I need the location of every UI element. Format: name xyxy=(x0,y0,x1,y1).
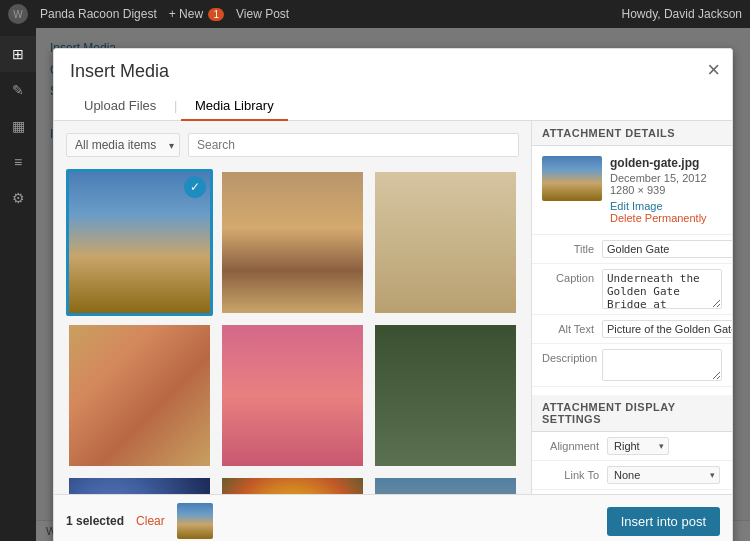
alt-input[interactable] xyxy=(602,320,732,338)
attachment-date: December 15, 2012 xyxy=(610,172,722,184)
details-panel: ATTACHMENT DETAILS golden-gate.jpg Decem… xyxy=(532,121,732,494)
modal-title: Insert Media xyxy=(70,61,716,82)
edit-image-link[interactable]: Edit Image xyxy=(610,200,722,212)
attachment-thumbnail xyxy=(542,156,602,201)
insert-media-modal: Insert Media × Upload Files | Media Libr… xyxy=(53,48,733,541)
media-item-cat[interactable]: ✓ xyxy=(372,322,519,469)
link-to-select[interactable]: None Media File Attachment Page xyxy=(607,466,720,484)
admin-bar-view-post[interactable]: View Post xyxy=(236,7,289,21)
alignment-select[interactable]: None Left Center Right xyxy=(607,437,669,455)
media-item-marbles[interactable]: ✓ xyxy=(66,475,213,494)
description-field: Description xyxy=(532,344,732,387)
notification-badge: 1 xyxy=(208,8,224,21)
clear-link[interactable]: Clear xyxy=(136,514,165,528)
alignment-select-wrap: None Left Center Right xyxy=(607,437,669,455)
tab-library[interactable]: Media Library xyxy=(181,92,288,121)
modal-tabs: Upload Files | Media Library xyxy=(70,92,716,120)
media-toolbar: All media items Images Audio Video xyxy=(66,133,519,157)
alt-text-field: Alt Text xyxy=(532,315,732,344)
desc-input[interactable] xyxy=(602,349,722,381)
attachment-dimensions: 1280 × 939 xyxy=(610,184,722,196)
attachment-details-header: ATTACHMENT DETAILS xyxy=(532,121,732,146)
media-panel: All media items Images Audio Video xyxy=(54,121,532,494)
link-to-select-wrap: None Media File Attachment Page xyxy=(607,466,720,484)
media-filter-select[interactable]: All media items Images Audio Video xyxy=(66,133,180,157)
media-search-input[interactable] xyxy=(188,133,519,157)
insert-into-post-button[interactable]: Insert into post xyxy=(607,507,720,536)
media-item-coffee[interactable]: ✓ xyxy=(219,169,366,316)
link-to-label: Link To xyxy=(542,469,607,481)
caption-label: Caption xyxy=(542,269,602,284)
wp-logo[interactable]: W xyxy=(8,4,28,24)
modal-close-button[interactable]: × xyxy=(707,59,720,81)
sidebar-item-posts[interactable]: ✎ xyxy=(0,72,36,108)
desc-label: Description xyxy=(542,349,602,364)
sidebar-item-settings[interactable]: ⚙ xyxy=(0,180,36,216)
link-to-field: Link To None Media File Attachment Page xyxy=(532,461,732,490)
selected-thumb-golden-gate xyxy=(177,503,213,539)
attachment-info: golden-gate.jpg December 15, 2012 1280 ×… xyxy=(610,156,722,224)
selected-count: 1 selected xyxy=(66,514,124,528)
media-grid: ✓ ✓ ✓ xyxy=(66,169,519,494)
sidebar-item-dashboard[interactable]: ⊞ xyxy=(0,36,36,72)
modal-header: Insert Media × Upload Files | Media Libr… xyxy=(54,49,732,121)
media-item-flower[interactable]: ✓ xyxy=(219,475,366,494)
attachment-actions: Edit Image Delete Permanently xyxy=(610,200,722,224)
admin-bar-new[interactable]: + New 1 xyxy=(169,7,224,21)
tab-upload[interactable]: Upload Files xyxy=(70,92,170,121)
admin-bar: W Panda Racoon Digest + New 1 View Post … xyxy=(0,0,750,28)
delete-permanently-link[interactable]: Delete Permanently xyxy=(610,212,722,224)
attachment-filename: golden-gate.jpg xyxy=(610,156,722,170)
wp-body: ⊞ ✎ ▦ ≡ ⚙ Insert Media Create Gallery Se… xyxy=(0,28,750,541)
selected-thumb-strip xyxy=(177,503,595,539)
media-item-candy[interactable]: ✓ xyxy=(66,322,213,469)
media-item-field[interactable]: ✓ xyxy=(372,475,519,494)
alignment-field: Alignment None Left Center Right xyxy=(532,432,732,461)
title-label: Title xyxy=(542,240,602,255)
media-item-food[interactable]: ✓ xyxy=(372,169,519,316)
alignment-label: Alignment xyxy=(542,440,607,452)
media-item-golden-gate[interactable]: ✓ xyxy=(66,169,213,316)
modal-body: All media items Images Audio Video xyxy=(54,121,732,494)
admin-bar-greeting: Howdy, David Jackson xyxy=(622,7,743,21)
modal-footer: 1 selected Clear Insert into post xyxy=(54,494,732,541)
main-content: Insert Media Create Gallery Set Featured… xyxy=(36,28,750,541)
modal-overlay: Insert Media × Upload Files | Media Libr… xyxy=(36,28,750,541)
display-settings-section: ATTACHMENT DISPLAY SETTINGS Alignment No… xyxy=(532,395,732,494)
caption-field: Caption Underneath the Golden Gate Bridg… xyxy=(532,264,732,315)
media-item-pink[interactable]: ✓ xyxy=(219,322,366,469)
title-field: Title xyxy=(532,235,732,264)
filter-select-wrapper: All media items Images Audio Video xyxy=(66,133,180,157)
title-input[interactable] xyxy=(602,240,732,258)
attachment-preview: golden-gate.jpg December 15, 2012 1280 ×… xyxy=(532,146,732,235)
display-settings-header: ATTACHMENT DISPLAY SETTINGS xyxy=(532,395,732,432)
media-item-check-golden-gate: ✓ xyxy=(184,176,206,198)
sidebar-item-media[interactable]: ▦ xyxy=(0,108,36,144)
caption-input[interactable]: Underneath the Golden Gate Bridge at sun… xyxy=(602,269,722,309)
alt-label: Alt Text xyxy=(542,320,602,335)
sidebar-item-pages[interactable]: ≡ xyxy=(0,144,36,180)
tab-divider: | xyxy=(170,92,181,120)
sidebar: ⊞ ✎ ▦ ≡ ⚙ xyxy=(0,28,36,541)
site-name[interactable]: Panda Racoon Digest xyxy=(40,7,157,21)
